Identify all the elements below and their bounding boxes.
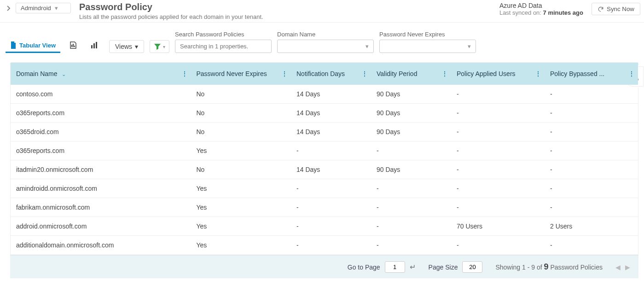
svg-rect-3 <box>91 45 93 48</box>
table-row[interactable]: contoso.comNo14 Days90 Days-- <box>11 85 638 104</box>
funnel-icon <box>154 43 161 50</box>
cell-expires: Yes <box>191 217 291 236</box>
cell-bypassed: - <box>545 160 638 179</box>
cell-expires: No <box>191 160 291 179</box>
column-menu-icon[interactable]: ⋮ <box>281 70 287 77</box>
cell-notify: - <box>291 179 371 198</box>
cell-expires: No <box>191 85 291 104</box>
sync-now-button[interactable]: Sync Now <box>592 3 640 15</box>
table-row[interactable]: additionaldomain.onmicrosoft.comYes---- <box>11 236 638 255</box>
table-row[interactable]: fabrikam.onmicrosoft.comYes---- <box>11 198 638 217</box>
cell-applied: - <box>451 198 545 217</box>
cell-notify: - <box>291 236 371 255</box>
views-dropdown-button[interactable]: Views ▾ <box>109 40 144 53</box>
chart-icon <box>91 41 99 49</box>
search-input[interactable] <box>175 40 272 53</box>
table-row[interactable]: itadmin20.onmicrosoft.comNo14 Days90 Day… <box>11 160 638 179</box>
table-row[interactable]: amindroidd.onmicrosoft.comYes---- <box>11 179 638 198</box>
cell-domain: o365droid.com <box>11 123 191 141</box>
svg-rect-0 <box>71 45 72 47</box>
column-menu-icon[interactable]: ⋮ <box>535 70 541 77</box>
goto-page-submit-icon[interactable]: ↵ <box>410 263 416 271</box>
sync-now-label: Sync Now <box>607 6 634 12</box>
table-row[interactable]: addroid.onmicrosoft.comYes--70 Users2 Us… <box>11 217 638 236</box>
cell-notify: 14 Days <box>291 123 371 141</box>
search-field-label: Search Password Policies <box>175 31 272 38</box>
cell-validity: - <box>371 198 451 217</box>
cell-bypassed: - <box>545 236 638 255</box>
column-header-bypassed[interactable]: Policy Bypassed ... ⋮ <box>545 63 638 85</box>
cell-notify: - <box>291 198 371 217</box>
page-title: Password Policy <box>79 2 499 12</box>
cell-domain: o365reports.com <box>11 141 191 160</box>
cell-domain: contoso.com <box>11 85 191 104</box>
tab-chart-view[interactable] <box>86 39 104 53</box>
tenant-name: Admindroid <box>21 5 51 12</box>
cell-validity: - <box>371 141 451 160</box>
cell-expires: Yes <box>191 198 291 217</box>
cell-applied: - <box>451 123 545 141</box>
chevron-down-icon: ▾ <box>135 43 138 50</box>
column-header-notification[interactable]: Notification Days ⋮ <box>291 63 371 85</box>
tab-report-view[interactable] <box>65 39 81 53</box>
breadcrumb-expand-icon[interactable] <box>4 4 13 13</box>
goto-page-input[interactable] <box>385 261 405 273</box>
column-label: Domain Name <box>16 70 57 77</box>
cell-domain: additionaldomain.onmicrosoft.com <box>11 236 191 255</box>
domain-filter-select[interactable]: ▾ <box>277 40 374 53</box>
column-header-expires[interactable]: Password Never Expires ⋮ <box>191 63 291 85</box>
page-subtitle: Lists all the password policies applied … <box>79 13 499 20</box>
svg-rect-5 <box>96 42 97 48</box>
sync-time-value: 7 minutes ago <box>543 9 583 16</box>
svg-rect-4 <box>93 43 95 48</box>
refresh-icon <box>598 6 604 12</box>
cell-bypassed: - <box>545 123 638 141</box>
column-menu-icon[interactable]: ⋮ <box>181 70 187 77</box>
page-size-label: Page Size <box>429 264 458 271</box>
column-label: Policy Applied Users <box>457 70 516 77</box>
column-header-validity[interactable]: Validity Period ⋮ <box>371 63 451 85</box>
cell-validity: 90 Days <box>371 160 451 179</box>
cell-applied: - <box>451 236 545 255</box>
column-menu-icon[interactable]: ⋮ <box>441 70 447 77</box>
cell-validity: 90 Days <box>371 123 451 141</box>
cell-domain: fabrikam.onmicrosoft.com <box>11 198 191 217</box>
cell-expires: No <box>191 104 291 123</box>
table-row[interactable]: o365droid.comNo14 Days90 Days-- <box>11 123 638 141</box>
cell-bypassed: 2 Users <box>545 217 638 236</box>
expires-filter-label: Password Never Expires <box>379 31 476 38</box>
cell-bypassed: - <box>545 85 638 104</box>
page-size-input[interactable] <box>462 261 482 273</box>
cell-validity: - <box>371 236 451 255</box>
tenant-selector[interactable]: Admindroid ▾ <box>16 3 71 13</box>
tab-tabular-view[interactable]: Tabular View <box>6 39 60 53</box>
goto-page-label: Go to Page <box>348 264 380 271</box>
cell-applied: - <box>451 141 545 160</box>
summary-prefix: Showing 1 - 9 of <box>495 264 544 271</box>
pagination-summary: Showing 1 - 9 of 9 Password Policies <box>495 262 603 272</box>
cell-applied: - <box>451 85 545 104</box>
document-icon <box>10 41 17 49</box>
cell-domain: o365reports.com <box>11 104 191 123</box>
cell-expires: No <box>191 123 291 141</box>
domain-filter-label: Domain Name <box>277 31 374 38</box>
tab-tabular-label: Tabular View <box>19 42 56 49</box>
prev-page-button[interactable]: ◀ <box>615 264 621 271</box>
report-icon <box>70 41 77 49</box>
column-header-applied[interactable]: Policy Applied Users ⋮ <box>451 63 545 85</box>
expires-filter-select[interactable]: ▾ <box>379 40 476 53</box>
chevron-down-icon: ▾ <box>55 5 58 12</box>
table-row[interactable]: o365reports.comYes---- <box>11 141 638 160</box>
column-menu-icon[interactable]: ⋮ <box>361 70 367 77</box>
cell-applied: - <box>451 179 545 198</box>
next-page-button[interactable]: ▶ <box>625 264 630 271</box>
svg-rect-1 <box>73 44 74 47</box>
cell-domain: amindroidd.onmicrosoft.com <box>11 179 191 198</box>
column-header-domain[interactable]: Domain Name ⌄ ⋮ <box>11 63 191 85</box>
cell-validity: 90 Days <box>371 85 451 104</box>
cell-bypassed: - <box>545 179 638 198</box>
column-menu-icon[interactable]: ⋮ <box>628 70 634 77</box>
cell-expires: Yes <box>191 141 291 160</box>
filter-button[interactable]: ▾ <box>150 40 169 53</box>
table-row[interactable]: o365reports.comNo14 Days90 Days-- <box>11 104 638 123</box>
